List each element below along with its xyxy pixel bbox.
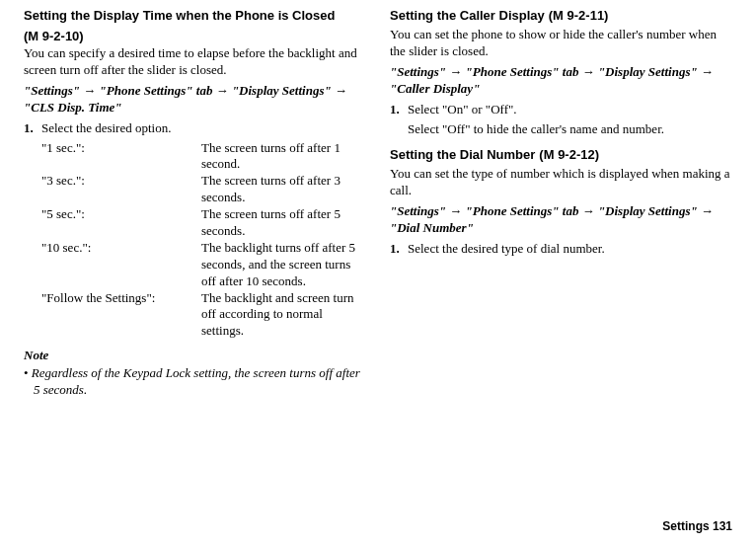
page-footer: Settings 131 (662, 519, 732, 533)
option-key: "10 sec.": (41, 240, 201, 290)
right-column: Setting the Caller Display (M 9-2-11) Yo… (390, 8, 732, 409)
arrow-icon: → (216, 83, 229, 98)
option-key: "Follow the Settings": (41, 290, 201, 341)
nav-path: "Settings" → "Phone Settings" tab → "Dis… (390, 203, 732, 237)
nav-segment: "Settings" (24, 83, 80, 98)
section-title: Setting the Display Time when the Phone … (24, 8, 335, 23)
nav-segment: "Display Settings" (598, 203, 698, 218)
nav-segment: "CLS Disp. Time" (24, 100, 122, 115)
option-value: The backlight turns off after 5 seconds,… (201, 240, 366, 290)
nav-segment: "Phone Settings" tab (466, 203, 579, 218)
step-number: 1. (24, 120, 41, 136)
arrow-icon: → (582, 64, 595, 79)
note-text: Regardless of the Keypad Lock setting, t… (32, 365, 360, 397)
option-value: The backlight and screen turn off accord… (201, 290, 366, 341)
step-subtext: Select "Off" to hide the caller's name a… (408, 121, 732, 138)
section-caller-display: Setting the Caller Display (M 9-2-11) Yo… (390, 8, 732, 137)
note-title: Note (24, 348, 366, 363)
option-row: "3 sec.": The screen turns off after 3 s… (41, 173, 366, 206)
arrow-icon: → (449, 64, 462, 79)
step-text: Select "On" or "Off". (408, 102, 732, 117)
option-key: "5 sec.": (41, 206, 201, 240)
note-body: • Regardless of the Keypad Lock setting,… (34, 365, 366, 399)
options-list: "1 sec.": The screen turns off after 1 s… (41, 140, 366, 341)
step-item: 1. Select "On" or "Off". (390, 102, 732, 117)
menu-code: (M 9-2-11) (549, 8, 609, 23)
arrow-icon: → (701, 203, 714, 218)
step-text: Select the desired type of dial number. (408, 241, 732, 257)
left-column: Setting the Display Time when the Phone … (24, 8, 366, 409)
menu-code: (M 9-2-12) (539, 147, 599, 162)
arrow-icon: → (83, 83, 96, 98)
menu-code: (M 9-2-10) (24, 29, 84, 43)
section-dial-number: Setting the Dial Number (M 9-2-12) You c… (390, 147, 732, 257)
step-number: 1. (390, 241, 408, 257)
step-item: 1. Select the desired option. (24, 120, 366, 136)
option-row: "5 sec.": The screen turns off after 5 s… (41, 206, 366, 240)
nav-segment: "Display Settings" (598, 64, 698, 79)
intro-text: You can set the phone to show or hide th… (390, 27, 732, 60)
option-row: "10 sec.": The backlight turns off after… (41, 240, 366, 290)
nav-segment: "Display Settings" (232, 83, 332, 98)
nav-path: "Settings" → "Phone Settings" tab → "Dis… (24, 83, 366, 117)
step-number: 1. (390, 102, 408, 117)
nav-segment: "Dial Number" (390, 220, 474, 235)
intro-text: You can set the type of number which is … (390, 166, 732, 199)
option-key: "1 sec.": (41, 140, 201, 174)
option-row: "Follow the Settings": The backlight and… (41, 290, 366, 341)
nav-segment: "Phone Settings" tab (100, 83, 213, 98)
nav-segment: "Phone Settings" tab (466, 64, 579, 79)
nav-segment: "Settings" (390, 203, 446, 218)
section-title: Setting the Caller Display (390, 8, 545, 23)
arrow-icon: → (582, 203, 595, 218)
option-value: The screen turns off after 5 seconds. (201, 206, 366, 240)
nav-segment: "Settings" (390, 64, 446, 79)
section-display-time: Setting the Display Time when the Phone … (24, 8, 366, 399)
intro-text: You can specify a desired time to elapse… (24, 45, 366, 79)
nav-path: "Settings" → "Phone Settings" tab → "Dis… (390, 64, 732, 98)
step-item: 1. Select the desired type of dial numbe… (390, 241, 732, 257)
nav-segment: "Caller Display" (390, 81, 480, 96)
option-key: "3 sec.": (41, 173, 201, 206)
arrow-icon: → (701, 64, 714, 79)
step-text: Select the desired option. (41, 120, 366, 136)
bullet-icon: • (24, 365, 32, 380)
section-title: Setting the Dial Number (390, 147, 535, 162)
arrow-icon: → (335, 83, 347, 98)
option-value: The screen turns off after 3 seconds. (201, 173, 366, 206)
option-value: The screen turns off after 1 second. (201, 140, 366, 174)
arrow-icon: → (449, 203, 462, 218)
option-row: "1 sec.": The screen turns off after 1 s… (41, 140, 366, 174)
